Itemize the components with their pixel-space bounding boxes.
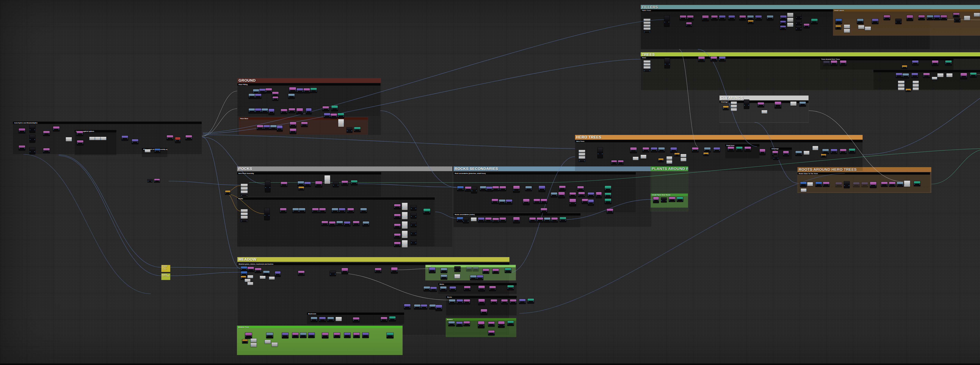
pcg-node[interactable] xyxy=(755,15,762,21)
comment-header[interactable]: MEADOW xyxy=(237,257,509,262)
pcg-node[interactable] xyxy=(641,155,646,159)
pcg-node[interactable] xyxy=(844,24,850,29)
pcg-node[interactable] xyxy=(747,15,754,21)
pcg-node[interactable] xyxy=(849,148,855,154)
pcg-node[interactable] xyxy=(463,321,470,326)
comment-header[interactable]: Meadow Spline Scatter xyxy=(162,265,170,272)
pcg-node[interactable] xyxy=(327,317,334,322)
pcg-node[interactable] xyxy=(799,102,806,106)
pcg-node[interactable] xyxy=(454,274,460,278)
pcg-node[interactable] xyxy=(241,184,248,187)
pcg-node[interactable] xyxy=(248,94,255,99)
pcg-node[interactable] xyxy=(840,60,846,66)
pcg-node[interactable] xyxy=(241,213,248,216)
pcg-node[interactable] xyxy=(861,182,868,187)
pcg-node[interactable] xyxy=(773,155,779,160)
pcg-node[interactable] xyxy=(440,286,447,291)
pcg-node[interactable] xyxy=(884,15,890,20)
pcg-node[interactable] xyxy=(410,205,417,211)
pcg-node[interactable] xyxy=(796,25,802,30)
pcg-node[interactable] xyxy=(653,197,659,203)
pcg-node[interactable] xyxy=(803,151,810,155)
pcg-node[interactable] xyxy=(255,268,261,273)
pcg-node[interactable] xyxy=(918,15,925,20)
pcg-node[interactable] xyxy=(281,182,287,187)
pcg-node[interactable] xyxy=(687,15,694,21)
pcg-node[interactable] xyxy=(247,275,253,278)
pcg-node[interactable] xyxy=(651,147,657,152)
comment-header[interactable]: Small Plants Near Rocks xyxy=(651,194,688,196)
pcg-node[interactable] xyxy=(457,217,463,222)
pcg-node[interactable] xyxy=(310,88,317,93)
pcg-node[interactable] xyxy=(293,208,299,213)
pcg-graph-canvas[interactable]: FILLERSFallen TreesDead LeavesPlants On … xyxy=(0,0,980,365)
pcg-node[interactable] xyxy=(501,299,508,304)
pcg-node[interactable] xyxy=(898,84,905,87)
comment-header[interactable]: Dead trees xyxy=(725,144,759,146)
pcg-node[interactable] xyxy=(872,19,878,24)
pcg-node[interactable] xyxy=(927,15,933,20)
pcg-node[interactable] xyxy=(463,299,470,304)
pcg-node[interactable] xyxy=(341,181,348,186)
pcg-node[interactable] xyxy=(667,156,672,160)
pcg-node[interactable] xyxy=(478,217,485,222)
pcg-node[interactable] xyxy=(912,73,918,78)
pcg-node[interactable] xyxy=(780,25,786,30)
pcg-node[interactable] xyxy=(154,148,160,153)
pcg-node[interactable] xyxy=(351,180,358,185)
pcg-node[interactable] xyxy=(241,194,248,197)
pcg-node[interactable] xyxy=(266,333,273,338)
pcg-node[interactable] xyxy=(77,140,83,145)
pcg-node[interactable] xyxy=(353,221,360,226)
pcg-node[interactable] xyxy=(588,199,594,206)
pcg-node[interactable] xyxy=(940,15,947,20)
pcg-node[interactable] xyxy=(907,15,913,21)
pcg-node[interactable] xyxy=(423,286,430,291)
pcg-node[interactable] xyxy=(835,19,842,24)
pcg-node[interactable] xyxy=(247,267,254,272)
pcg-node[interactable] xyxy=(241,216,248,219)
pcg-node[interactable] xyxy=(780,15,787,21)
pcg-node[interactable] xyxy=(154,179,160,182)
pcg-node[interactable] xyxy=(480,309,487,315)
pcg-node[interactable] xyxy=(488,330,495,335)
pcg-node[interactable] xyxy=(537,217,543,222)
pcg-node[interactable] xyxy=(331,113,337,119)
pcg-node[interactable] xyxy=(319,317,326,322)
comment-header[interactable]: ROCKS xyxy=(237,167,452,171)
pcg-node[interactable] xyxy=(463,218,469,223)
pcg-node[interactable] xyxy=(29,135,35,143)
pcg-node[interactable] xyxy=(491,299,497,304)
pcg-node[interactable] xyxy=(945,60,952,65)
pcg-node[interactable] xyxy=(840,149,846,154)
comment-header[interactable]: Rocks xyxy=(237,197,435,200)
pcg-node[interactable] xyxy=(727,146,734,152)
pcg-node[interactable] xyxy=(736,146,743,152)
pcg-node[interactable] xyxy=(363,221,369,226)
pcg-node[interactable] xyxy=(19,145,25,151)
pcg-node[interactable] xyxy=(324,113,331,118)
pcg-node[interactable] xyxy=(745,146,751,152)
pcg-node[interactable] xyxy=(681,154,686,157)
pcg-node[interactable] xyxy=(185,135,192,140)
pcg-node[interactable] xyxy=(844,181,850,188)
pcg-node[interactable] xyxy=(702,15,709,21)
pcg-node[interactable] xyxy=(260,276,266,279)
pcg-node[interactable] xyxy=(175,137,180,143)
pcg-node[interactable] xyxy=(265,180,270,192)
pcg-node[interactable] xyxy=(66,137,72,141)
pcg-node[interactable] xyxy=(835,25,841,29)
pcg-node[interactable] xyxy=(822,149,829,154)
pcg-node[interactable] xyxy=(607,208,613,214)
pcg-node[interactable] xyxy=(643,69,651,71)
pcg-node[interactable] xyxy=(559,186,566,191)
pcg-node[interactable] xyxy=(800,182,807,187)
comment-group-rock-secondaries-branches-small-trees[interactable]: Rock secondaries (branches, small trees) xyxy=(453,172,636,213)
pcg-node[interactable] xyxy=(272,96,278,101)
pcg-node[interactable] xyxy=(270,125,277,130)
pcg-node[interactable] xyxy=(473,267,479,271)
pcg-node[interactable] xyxy=(507,321,514,326)
pcg-node[interactable] xyxy=(787,22,794,27)
pcg-node[interactable] xyxy=(813,146,818,150)
pcg-node[interactable] xyxy=(100,136,107,140)
